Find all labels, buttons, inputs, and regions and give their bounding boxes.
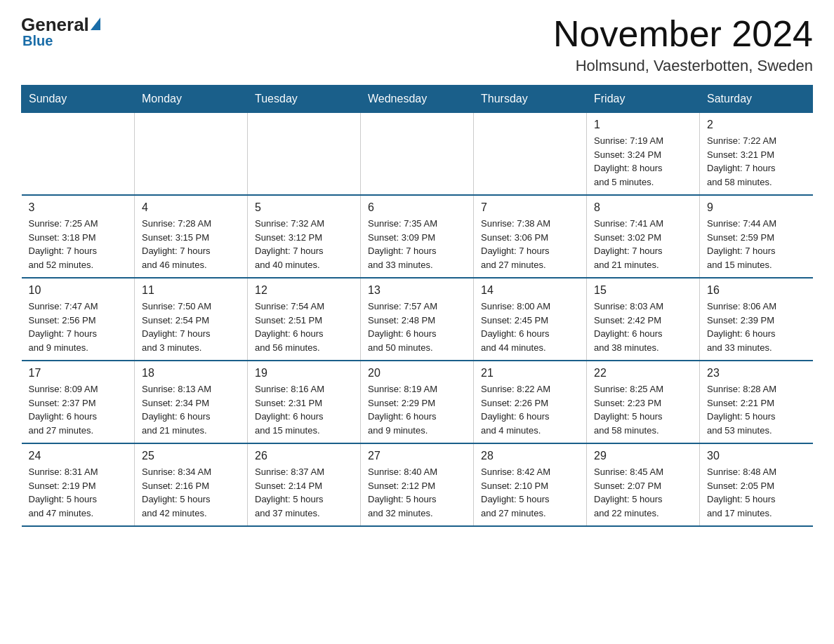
day-number: 21	[481, 367, 579, 380]
day-number: 16	[707, 284, 806, 297]
day-number: 27	[368, 450, 466, 462]
calendar-cell: 5Sunrise: 7:32 AM Sunset: 3:12 PM Daylig…	[248, 195, 361, 278]
day-info: Sunrise: 8:19 AM Sunset: 2:29 PM Dayligh…	[368, 382, 466, 437]
day-info: Sunrise: 8:28 AM Sunset: 2:21 PM Dayligh…	[707, 382, 806, 437]
col-thursday: Thursday	[474, 86, 587, 113]
page-header: General Blue November 2024 Holmsund, Vae…	[21, 14, 813, 75]
calendar-cell: 27Sunrise: 8:40 AM Sunset: 2:12 PM Dayli…	[361, 443, 474, 526]
calendar-week-5: 24Sunrise: 8:31 AM Sunset: 2:19 PM Dayli…	[22, 443, 813, 526]
calendar-cell: 8Sunrise: 7:41 AM Sunset: 3:02 PM Daylig…	[587, 195, 700, 278]
day-info: Sunrise: 7:32 AM Sunset: 3:12 PM Dayligh…	[255, 217, 353, 271]
calendar-cell: 18Sunrise: 8:13 AM Sunset: 2:34 PM Dayli…	[135, 361, 248, 443]
day-number: 17	[29, 367, 128, 380]
col-wednesday: Wednesday	[361, 86, 474, 113]
day-info: Sunrise: 7:25 AM Sunset: 3:18 PM Dayligh…	[29, 217, 128, 271]
day-number: 22	[594, 367, 692, 380]
calendar-cell: 20Sunrise: 8:19 AM Sunset: 2:29 PM Dayli…	[361, 361, 474, 443]
day-info: Sunrise: 7:57 AM Sunset: 2:48 PM Dayligh…	[368, 300, 466, 354]
calendar-cell: 24Sunrise: 8:31 AM Sunset: 2:19 PM Dayli…	[22, 443, 135, 526]
day-number: 19	[255, 367, 353, 380]
calendar-cell: 12Sunrise: 7:54 AM Sunset: 2:51 PM Dayli…	[248, 278, 361, 361]
day-info: Sunrise: 7:44 AM Sunset: 2:59 PM Dayligh…	[707, 217, 806, 271]
day-number: 3	[29, 201, 128, 214]
day-number: 12	[255, 284, 353, 297]
calendar-cell: 28Sunrise: 8:42 AM Sunset: 2:10 PM Dayli…	[474, 443, 587, 526]
calendar-cell: 30Sunrise: 8:48 AM Sunset: 2:05 PM Dayli…	[700, 443, 813, 526]
day-info: Sunrise: 8:22 AM Sunset: 2:26 PM Dayligh…	[481, 382, 579, 437]
day-number: 4	[142, 201, 240, 214]
calendar-cell	[22, 113, 135, 196]
day-number: 2	[707, 119, 806, 131]
day-number: 26	[255, 450, 353, 462]
day-info: Sunrise: 8:42 AM Sunset: 2:10 PM Dayligh…	[481, 465, 579, 520]
calendar-cell	[361, 113, 474, 196]
day-number: 7	[481, 201, 579, 214]
calendar-cell: 10Sunrise: 7:47 AM Sunset: 2:56 PM Dayli…	[22, 278, 135, 361]
calendar-cell: 26Sunrise: 8:37 AM Sunset: 2:14 PM Dayli…	[248, 443, 361, 526]
day-info: Sunrise: 8:45 AM Sunset: 2:07 PM Dayligh…	[594, 465, 692, 520]
day-number: 13	[368, 284, 466, 297]
calendar-cell: 4Sunrise: 7:28 AM Sunset: 3:15 PM Daylig…	[135, 195, 248, 278]
day-info: Sunrise: 8:40 AM Sunset: 2:12 PM Dayligh…	[368, 465, 466, 520]
day-info: Sunrise: 8:34 AM Sunset: 2:16 PM Dayligh…	[142, 465, 240, 520]
calendar-cell: 29Sunrise: 8:45 AM Sunset: 2:07 PM Dayli…	[587, 443, 700, 526]
day-info: Sunrise: 8:06 AM Sunset: 2:39 PM Dayligh…	[707, 300, 806, 354]
calendar-cell: 9Sunrise: 7:44 AM Sunset: 2:59 PM Daylig…	[700, 195, 813, 278]
calendar-cell: 23Sunrise: 8:28 AM Sunset: 2:21 PM Dayli…	[700, 361, 813, 443]
day-info: Sunrise: 7:38 AM Sunset: 3:06 PM Dayligh…	[481, 217, 579, 271]
calendar-cell: 17Sunrise: 8:09 AM Sunset: 2:37 PM Dayli…	[22, 361, 135, 443]
day-number: 14	[481, 284, 579, 297]
calendar-week-1: 1Sunrise: 7:19 AM Sunset: 3:24 PM Daylig…	[22, 113, 813, 196]
day-number: 5	[255, 201, 353, 214]
logo-blue: Blue	[21, 33, 53, 49]
calendar-cell: 15Sunrise: 8:03 AM Sunset: 2:42 PM Dayli…	[587, 278, 700, 361]
day-info: Sunrise: 7:35 AM Sunset: 3:09 PM Dayligh…	[368, 217, 466, 271]
day-info: Sunrise: 7:28 AM Sunset: 3:15 PM Dayligh…	[142, 217, 240, 271]
day-info: Sunrise: 7:41 AM Sunset: 3:02 PM Dayligh…	[594, 217, 692, 271]
day-info: Sunrise: 8:03 AM Sunset: 2:42 PM Dayligh…	[594, 300, 692, 354]
day-number: 9	[707, 201, 806, 214]
day-info: Sunrise: 8:48 AM Sunset: 2:05 PM Dayligh…	[707, 465, 806, 520]
calendar-cell	[135, 113, 248, 196]
calendar-week-4: 17Sunrise: 8:09 AM Sunset: 2:37 PM Dayli…	[22, 361, 813, 443]
col-monday: Monday	[135, 86, 248, 113]
day-number: 25	[142, 450, 240, 462]
day-info: Sunrise: 8:25 AM Sunset: 2:23 PM Dayligh…	[594, 382, 692, 437]
calendar-cell: 6Sunrise: 7:35 AM Sunset: 3:09 PM Daylig…	[361, 195, 474, 278]
calendar-header: Sunday Monday Tuesday Wednesday Thursday…	[22, 86, 813, 113]
calendar-table: Sunday Monday Tuesday Wednesday Thursday…	[21, 85, 813, 527]
day-info: Sunrise: 7:19 AM Sunset: 3:24 PM Dayligh…	[594, 134, 692, 189]
calendar-cell: 25Sunrise: 8:34 AM Sunset: 2:16 PM Dayli…	[135, 443, 248, 526]
day-number: 30	[707, 450, 806, 462]
day-number: 11	[142, 284, 240, 297]
calendar-cell: 11Sunrise: 7:50 AM Sunset: 2:54 PM Dayli…	[135, 278, 248, 361]
calendar-cell: 22Sunrise: 8:25 AM Sunset: 2:23 PM Dayli…	[587, 361, 700, 443]
calendar-cell: 3Sunrise: 7:25 AM Sunset: 3:18 PM Daylig…	[22, 195, 135, 278]
calendar-title: November 2024	[553, 14, 813, 54]
calendar-cell: 19Sunrise: 8:16 AM Sunset: 2:31 PM Dayli…	[248, 361, 361, 443]
calendar-cell	[474, 113, 587, 196]
col-tuesday: Tuesday	[248, 86, 361, 113]
day-number: 24	[29, 450, 128, 462]
day-number: 1	[594, 119, 692, 131]
day-info: Sunrise: 8:37 AM Sunset: 2:14 PM Dayligh…	[255, 465, 353, 520]
day-info: Sunrise: 8:16 AM Sunset: 2:31 PM Dayligh…	[255, 382, 353, 437]
day-info: Sunrise: 7:54 AM Sunset: 2:51 PM Dayligh…	[255, 300, 353, 354]
logo: General Blue	[21, 14, 100, 49]
day-info: Sunrise: 7:50 AM Sunset: 2:54 PM Dayligh…	[142, 300, 240, 354]
calendar-cell: 14Sunrise: 8:00 AM Sunset: 2:45 PM Dayli…	[474, 278, 587, 361]
day-number: 8	[594, 201, 692, 214]
day-number: 15	[594, 284, 692, 297]
col-sunday: Sunday	[22, 86, 135, 113]
calendar-week-2: 3Sunrise: 7:25 AM Sunset: 3:18 PM Daylig…	[22, 195, 813, 278]
calendar-week-3: 10Sunrise: 7:47 AM Sunset: 2:56 PM Dayli…	[22, 278, 813, 361]
calendar-cell: 7Sunrise: 7:38 AM Sunset: 3:06 PM Daylig…	[474, 195, 587, 278]
calendar-body: 1Sunrise: 7:19 AM Sunset: 3:24 PM Daylig…	[22, 113, 813, 527]
day-info: Sunrise: 8:13 AM Sunset: 2:34 PM Dayligh…	[142, 382, 240, 437]
day-number: 29	[594, 450, 692, 462]
calendar-cell: 1Sunrise: 7:19 AM Sunset: 3:24 PM Daylig…	[587, 113, 700, 196]
day-info: Sunrise: 8:00 AM Sunset: 2:45 PM Dayligh…	[481, 300, 579, 354]
logo-triangle-icon	[91, 18, 100, 30]
title-block: November 2024 Holmsund, Vaesterbotten, S…	[553, 14, 813, 75]
day-info: Sunrise: 7:22 AM Sunset: 3:21 PM Dayligh…	[707, 134, 806, 189]
